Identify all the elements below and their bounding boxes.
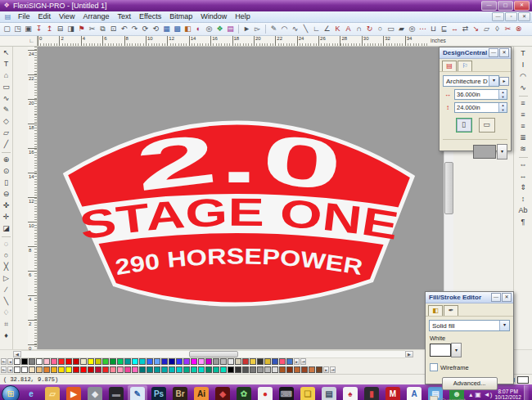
swatch-tool-icon[interactable]: ◪ xyxy=(1,223,11,234)
kern-tool-icon[interactable]: K xyxy=(332,24,343,34)
fill-status-swatch[interactable] xyxy=(517,376,529,384)
color-swatch[interactable] xyxy=(88,358,94,365)
taskbar-slot[interactable]: ✿ xyxy=(234,385,254,400)
lasso-tool-icon[interactable]: ○ xyxy=(1,250,11,261)
fill-type-dropdown[interactable]: Solid fill ▾ xyxy=(429,320,510,331)
align-right-icon[interactable]: ≡ xyxy=(518,121,529,132)
leading-icon[interactable]: ⇕ xyxy=(518,182,529,193)
panel-minimize-button[interactable]: — xyxy=(489,48,498,57)
color-swatch[interactable] xyxy=(183,366,190,373)
board-color-swatch[interactable] xyxy=(473,145,496,159)
menu-item[interactable]: Text xyxy=(113,11,135,22)
arch-tool-icon[interactable]: ∩ xyxy=(354,24,364,34)
color-swatch[interactable] xyxy=(80,358,87,365)
taskbar-slot[interactable]: ● xyxy=(255,385,275,400)
show-desktop-button[interactable] xyxy=(524,385,529,400)
color-swatch[interactable] xyxy=(213,366,219,373)
find-icon[interactable]: ◎ xyxy=(204,24,214,34)
pencil-tool-icon[interactable]: ∕ xyxy=(1,285,11,295)
height-input[interactable]: 24.000in ▲▼ xyxy=(454,102,507,113)
clip-tool-icon[interactable]: ✂ xyxy=(503,24,513,34)
knife-tool-icon[interactable]: ╳ xyxy=(1,262,11,272)
panel-minimize-button[interactable]: — xyxy=(491,293,501,302)
printer-app-icon[interactable]: ▤ xyxy=(322,387,336,400)
taskbar-slot[interactable]: ◆ xyxy=(213,385,232,400)
line-tool-icon[interactable]: ╲ xyxy=(300,24,311,34)
color-swatch[interactable] xyxy=(264,366,271,373)
color-swatch[interactable] xyxy=(21,366,28,373)
shear-tool-icon[interactable]: ◊ xyxy=(492,24,503,34)
design-canvas[interactable]: 2.0 STAGE ONE 290 HORSEPOWER xyxy=(38,47,444,349)
color-swatch[interactable] xyxy=(316,366,322,373)
color-swatch[interactable] xyxy=(279,366,286,373)
fill-stroke-title-bar[interactable]: Fill/Stroke Editor — ✕ xyxy=(426,292,513,303)
color-swatch[interactable] xyxy=(36,366,43,373)
color-swatch[interactable] xyxy=(110,358,116,365)
redo-icon[interactable]: ↷ xyxy=(129,24,140,34)
menu-item[interactable]: Help xyxy=(231,11,255,22)
color-swatch[interactable] xyxy=(102,358,109,365)
vertical-text-tool-icon[interactable]: I xyxy=(518,60,529,70)
photoshop-icon[interactable]: Ps xyxy=(151,387,166,400)
sticky-notes-icon[interactable]: ❏ xyxy=(300,387,315,400)
word-doc-app-icon[interactable]: A xyxy=(407,387,422,400)
design-editor-icon[interactable]: ▩ xyxy=(172,24,183,34)
color-swatch[interactable] xyxy=(124,358,131,365)
color-swatch[interactable] xyxy=(58,358,65,365)
taskbar-slot[interactable]: ▮ xyxy=(362,385,381,400)
black-device-icon[interactable]: ▬ xyxy=(109,387,124,400)
horizontal-scroll-thumb[interactable] xyxy=(189,351,238,357)
revert-icon[interactable]: ⟲ xyxy=(151,24,161,34)
production-manager-icon[interactable]: ⚑ xyxy=(76,24,87,34)
color-swatch[interactable] xyxy=(286,366,293,373)
palette-next-button[interactable]: ▸ xyxy=(323,366,329,373)
color-swatch[interactable] xyxy=(294,366,300,373)
color-swatch[interactable] xyxy=(147,366,153,373)
align-center-icon[interactable]: ≡ xyxy=(518,110,529,120)
color-swatch[interactable] xyxy=(205,366,212,373)
color-swatch[interactable] xyxy=(242,358,249,365)
design-central-icon[interactable]: ▦ xyxy=(161,24,172,34)
change-case-icon[interactable]: Ab xyxy=(518,205,529,216)
color-swatch[interactable] xyxy=(80,366,87,373)
distort-tool-icon[interactable]: ▱ xyxy=(481,24,492,34)
color-swatch[interactable] xyxy=(228,366,234,373)
align-left-icon[interactable]: ≡ xyxy=(518,98,529,109)
width-stepper[interactable]: ▲▼ xyxy=(498,90,507,99)
point-select-icon[interactable]: ▻ xyxy=(252,24,263,34)
color-picker-tool-icon[interactable]: ✜ xyxy=(1,200,11,211)
taskbar-slot[interactable]: ❏ xyxy=(298,385,318,400)
spacing-tool-icon[interactable]: ↔ xyxy=(449,24,460,34)
palette-next-button[interactable]: ▸ xyxy=(294,358,300,365)
color-swatch[interactable] xyxy=(132,358,138,365)
rotate-tool-icon[interactable]: ↻ xyxy=(364,24,375,34)
design-central-title-bar[interactable]: DesignCentral — ✕ xyxy=(440,47,511,59)
paragraph-icon[interactable]: ¶ xyxy=(518,217,529,227)
scan-icon[interactable]: ◨ xyxy=(65,24,76,34)
gray-3d-app-icon[interactable]: ◆ xyxy=(88,387,102,400)
red-3d-app-icon[interactable]: ◆ xyxy=(215,387,230,400)
ruler-origin-icon[interactable]: ∟ xyxy=(0,36,38,46)
doc-restore-button[interactable]: ▫ xyxy=(505,12,517,21)
color-swatch[interactable] xyxy=(169,366,175,373)
chevron-down-icon[interactable]: ▾ xyxy=(499,321,509,330)
shadow-tool-icon[interactable]: ▰ xyxy=(396,24,407,34)
arc-tool-icon[interactable]: ◠ xyxy=(279,24,290,34)
landscape-orientation-button[interactable]: ▭ xyxy=(479,118,495,133)
open-icon[interactable]: ◳ xyxy=(12,24,23,34)
color-swatch[interactable] xyxy=(250,366,256,373)
color-swatch[interactable] xyxy=(65,366,72,373)
color-swatch[interactable] xyxy=(51,358,57,365)
phone-device-icon[interactable]: ▮ xyxy=(364,387,379,400)
bezier-tool-icon[interactable]: ∿ xyxy=(290,24,300,34)
page-tool-icon[interactable]: ▯ xyxy=(1,178,11,188)
menu-item[interactable]: Window xyxy=(196,11,231,22)
color-swatch[interactable] xyxy=(191,366,197,373)
color-cube-icon[interactable]: ❖ xyxy=(214,24,225,34)
color-swatch[interactable] xyxy=(309,366,315,373)
palette-prev-button[interactable]: ◂ xyxy=(7,366,13,373)
media-player-icon[interactable]: ▶ xyxy=(66,387,81,400)
corner-tool-icon[interactable]: ∟ xyxy=(311,24,322,34)
tracking-icon[interactable]: ↔ xyxy=(518,171,529,182)
menu-item[interactable]: Arrange xyxy=(79,11,113,22)
